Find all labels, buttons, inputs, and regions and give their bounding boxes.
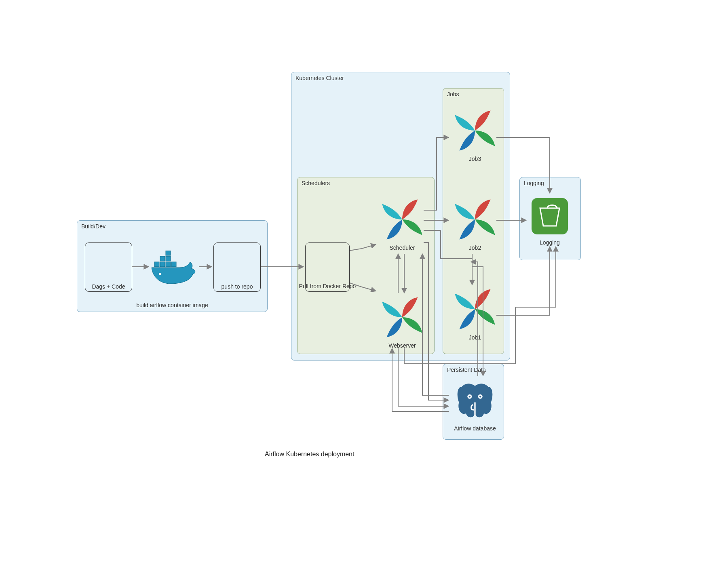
cluster-jobs-label: Jobs xyxy=(447,91,459,97)
node-logging-label: Logging xyxy=(530,239,570,246)
node-scheduler: Scheduler xyxy=(378,197,426,251)
cluster-persistent-label: Persistent Data xyxy=(447,367,486,373)
svg-rect-5 xyxy=(166,262,171,267)
svg-rect-1 xyxy=(166,256,171,261)
svg-rect-8 xyxy=(532,198,568,234)
node-airflow-db: Airflow database xyxy=(451,378,499,432)
node-job1-label: Job1 xyxy=(451,334,499,341)
docker-icon xyxy=(150,251,198,286)
svg-rect-6 xyxy=(171,262,176,267)
node-dags-code-label: Dags + Code xyxy=(85,283,132,290)
svg-rect-4 xyxy=(160,262,165,267)
svg-rect-3 xyxy=(154,262,159,267)
node-job2-label: Job2 xyxy=(451,245,499,251)
cluster-logging-label: Logging xyxy=(524,180,544,186)
node-pull-from-repo-label: Pull from Docker Repo xyxy=(291,283,364,289)
cluster-build-dev-caption: build airflow container image xyxy=(77,302,267,308)
svg-point-7 xyxy=(159,273,161,275)
cluster-schedulers-label: Schedulers xyxy=(302,180,330,186)
node-webserver: Webserver xyxy=(378,295,426,349)
cluster-kubernetes-label: Kubernetes Cluster xyxy=(295,75,344,81)
diagram-canvas: Build/Dev build airflow container image … xyxy=(0,0,728,584)
node-job3-label: Job3 xyxy=(451,156,499,162)
diagram-title: Airflow Kubernetes deployment xyxy=(265,451,354,458)
node-airflow-db-label: Airflow database xyxy=(451,425,499,432)
cluster-build-dev-label: Build/Dev xyxy=(81,223,106,230)
svg-rect-2 xyxy=(166,251,171,255)
svg-rect-0 xyxy=(160,256,165,261)
node-webserver-label: Webserver xyxy=(378,342,426,349)
node-dags-code: Dags + Code xyxy=(85,242,132,292)
svg-point-12 xyxy=(479,396,481,397)
node-job3: Job3 xyxy=(451,108,499,162)
svg-point-11 xyxy=(469,396,471,397)
node-job2: Job2 xyxy=(451,197,499,251)
node-job1: Job1 xyxy=(451,287,499,341)
node-push-to-repo: push to repo xyxy=(213,242,261,292)
node-logging: Logging xyxy=(530,196,570,246)
node-scheduler-label: Scheduler xyxy=(378,245,426,251)
node-push-to-repo-label: push to repo xyxy=(214,283,260,290)
